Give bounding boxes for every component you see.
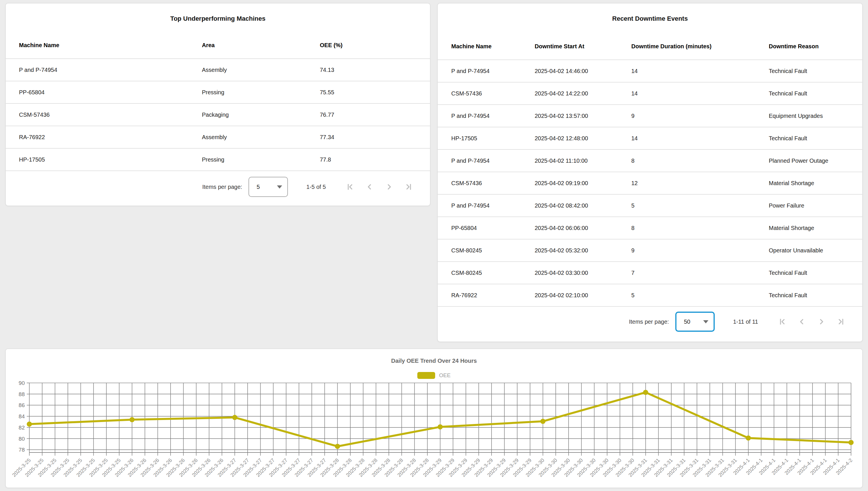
cell-downtime-start: 2025-04-02 03:30:00 — [521, 262, 618, 284]
cell-downtime-reason: Power Failure — [755, 194, 862, 217]
chevron-right-icon — [385, 182, 393, 191]
table-row: CSM-57436 2025-04-02 09:19:00 12 Materia… — [438, 172, 862, 194]
cell-downtime-duration: 5 — [618, 284, 755, 307]
col-header-machine-name: Machine Name — [438, 33, 521, 60]
cell-oee: 77.8 — [307, 148, 430, 171]
cell-downtime-start: 2025-04-02 05:32:00 — [521, 239, 618, 262]
cell-machine-name: CSM-57436 — [6, 104, 189, 126]
cell-machine-name: P and P-74954 — [438, 60, 521, 82]
col-header-oee: OEE (%) — [307, 32, 430, 59]
items-per-page-label: Items per page: — [202, 184, 242, 190]
cell-downtime-duration: 8 — [618, 217, 755, 239]
next-page-button[interactable] — [380, 177, 399, 197]
cell-machine-name: P and P-74954 — [6, 59, 189, 81]
daily-oee-trend-card: Daily OEE Trend Over 24 Hours OEE 2025-3… — [5, 348, 863, 488]
table-row: P and P-74954 2025-04-02 13:57:00 9 Equi… — [438, 105, 862, 127]
col-header-downtime-start: Downtime Start At — [521, 33, 618, 60]
table-row: PP-65804 2025-04-02 06:06:00 8 Material … — [438, 217, 862, 239]
cell-downtime-start: 2025-04-02 12:48:00 — [521, 127, 618, 149]
machines-header-row: Machine Name Area OEE (%) — [6, 32, 430, 59]
downtime-header-row: Machine Name Downtime Start At Downtime … — [438, 33, 862, 60]
cell-downtime-start: 2025-04-02 13:57:00 — [521, 105, 618, 127]
cell-downtime-start: 2025-04-02 09:19:00 — [521, 172, 618, 194]
cell-area: Packaging — [189, 104, 307, 126]
cell-machine-name: CSM-57436 — [438, 82, 521, 105]
last-page-icon — [837, 317, 845, 326]
cell-machine-name: P and P-74954 — [438, 105, 521, 127]
svg-text:80: 80 — [19, 436, 25, 442]
table-row: CSM-80245 2025-04-02 05:32:00 9 Operator… — [438, 239, 862, 262]
cell-downtime-duration: 9 — [618, 105, 755, 127]
table-row: PP-65804 Pressing 75.55 — [6, 81, 430, 104]
page-range-label: 1-5 of 5 — [306, 184, 326, 190]
cell-machine-name: HP-17505 — [6, 148, 189, 171]
recent-downtime-events-card: Recent Downtime Events Machine Name Down… — [437, 3, 863, 342]
downtime-table: Machine Name Downtime Start At Downtime … — [438, 33, 862, 307]
top-underperforming-machines-card: Top Underperforming Machines Machine Nam… — [5, 3, 430, 206]
cell-downtime-duration: 14 — [618, 82, 755, 105]
cell-downtime-duration: 8 — [618, 149, 755, 172]
cell-machine-name: P and P-74954 — [438, 194, 521, 217]
items-per-page-label: Items per page: — [629, 319, 669, 325]
cell-area: Pressing — [189, 148, 307, 171]
page-size-value: 50 — [676, 319, 690, 325]
cell-machine-name: RA-76922 — [6, 126, 189, 148]
chevron-left-icon — [797, 317, 806, 326]
previous-page-button[interactable] — [360, 177, 380, 197]
cell-machine-name: RA-76922 — [438, 284, 521, 307]
machines-paginator: Items per page: 5 1-5 of 5 — [202, 174, 418, 200]
table-row: RA-76922 Assembly 77.34 — [6, 126, 430, 148]
cell-machine-name: P and P-74954 — [438, 149, 521, 172]
table-row: CSM-57436 2025-04-02 14:22:00 14 Technic… — [438, 82, 862, 105]
previous-page-button[interactable] — [792, 312, 812, 331]
page-size-value: 5 — [249, 184, 260, 190]
cell-downtime-reason: Operator Unavailable — [755, 239, 862, 262]
chevron-down-icon — [277, 185, 282, 189]
cell-machine-name: CSM-80245 — [438, 262, 521, 284]
first-page-button[interactable] — [340, 177, 360, 197]
page-size-select[interactable]: 5 — [249, 177, 288, 197]
cell-area: Pressing — [189, 81, 307, 104]
cell-downtime-reason: Technical Fault — [755, 284, 862, 307]
table-row: CSM-57436 Packaging 76.77 — [6, 104, 430, 126]
table-row: HP-17505 2025-04-02 12:48:00 14 Technica… — [438, 127, 862, 149]
cell-area: Assembly — [189, 126, 307, 148]
cell-downtime-duration: 9 — [618, 239, 755, 262]
next-page-button[interactable] — [812, 312, 831, 331]
cell-downtime-reason: Technical Fault — [755, 127, 862, 149]
machines-table-title: Top Underperforming Machines — [6, 15, 430, 22]
cell-downtime-start: 2025-04-02 14:22:00 — [521, 82, 618, 105]
machines-table: Machine Name Area OEE (%) P and P-74954 … — [6, 32, 430, 171]
table-row: P and P-74954 2025-04-02 11:10:00 8 Plan… — [438, 149, 862, 172]
cell-downtime-duration: 14 — [618, 60, 755, 82]
cell-downtime-start: 2025-04-02 02:10:00 — [521, 284, 618, 307]
cell-downtime-start: 2025-04-02 11:10:00 — [521, 149, 618, 172]
cell-machine-name: CSM-57436 — [438, 172, 521, 194]
col-header-downtime-reason: Downtime Reason — [755, 33, 862, 60]
cell-downtime-reason: Planned Power Outage — [755, 149, 862, 172]
last-page-button[interactable] — [399, 177, 418, 197]
last-page-button[interactable] — [831, 312, 851, 331]
cell-downtime-start: 2025-04-02 06:06:00 — [521, 217, 618, 239]
cell-downtime-reason: Material Shortage — [755, 217, 862, 239]
col-header-downtime-duration: Downtime Duration (minutes) — [618, 33, 755, 60]
first-page-button[interactable] — [773, 312, 792, 331]
svg-text:90: 90 — [19, 380, 25, 386]
svg-text:88: 88 — [19, 391, 25, 397]
cell-downtime-duration: 5 — [618, 194, 755, 217]
cell-machine-name: HP-17505 — [438, 127, 521, 149]
cell-oee: 75.55 — [307, 81, 430, 104]
cell-machine-name: CSM-80245 — [438, 239, 521, 262]
svg-text:84: 84 — [19, 413, 25, 420]
table-row: P and P-74954 2025-04-02 14:46:00 14 Tec… — [438, 60, 862, 82]
first-page-icon — [778, 317, 787, 326]
table-row: CSM-80245 2025-04-02 03:30:00 7 Technica… — [438, 262, 862, 284]
svg-text:78: 78 — [19, 447, 25, 453]
table-row: P and P-74954 Assembly 74.13 — [6, 59, 430, 81]
col-header-area: Area — [189, 32, 307, 59]
downtime-table-title: Recent Downtime Events — [438, 15, 862, 22]
cell-downtime-reason: Technical Fault — [755, 60, 862, 82]
svg-text:86: 86 — [19, 402, 25, 408]
cell-oee: 76.77 — [307, 104, 430, 126]
page-size-select[interactable]: 50 — [675, 312, 715, 332]
